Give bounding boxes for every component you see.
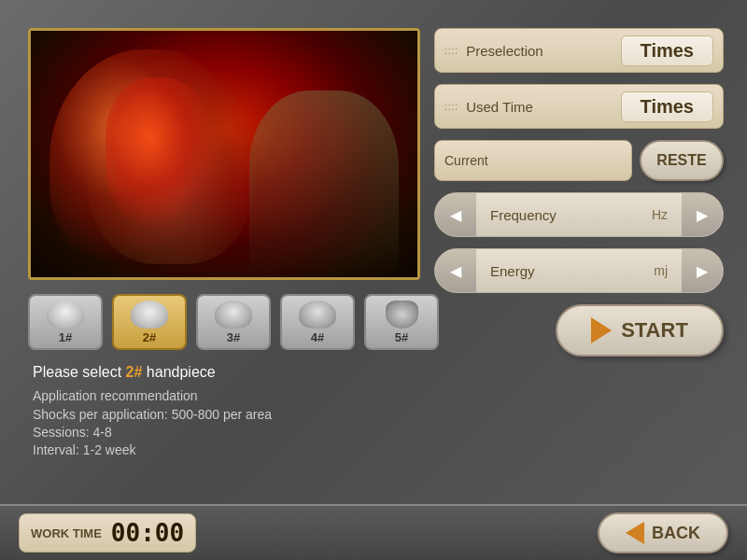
handpiece-2-icon	[131, 301, 168, 329]
knee-glow	[49, 49, 236, 273]
used-time-value[interactable]: Times	[621, 91, 713, 122]
preselection-label: Preselection	[466, 43, 620, 59]
handpiece-3-label: 3#	[227, 330, 240, 344]
energy-label: Energy	[490, 263, 535, 279]
work-time-box: WORK TIME 00:00	[19, 513, 196, 553]
select-text: Please select 2# handpiece	[33, 364, 272, 381]
energy-unit: mj	[654, 263, 668, 278]
frequency-content: Frequency Hz	[476, 207, 682, 223]
frequency-row: ◀ Frequency Hz ▶	[434, 192, 724, 237]
knee-image	[31, 31, 417, 277]
energy-decrease-button[interactable]: ◀	[435, 248, 476, 293]
current-label: Current	[444, 153, 488, 168]
energy-content: Energy mj	[476, 263, 682, 279]
info-section: Please select 2# handpiece Application r…	[33, 364, 272, 460]
back-arrow-icon	[626, 522, 644, 544]
handpiece-3-icon	[215, 301, 252, 329]
current-field: Current	[434, 140, 632, 181]
preselection-value[interactable]: Times	[621, 35, 713, 66]
handpiece-5-label: 5#	[395, 330, 408, 344]
energy-increase-button[interactable]: ▶	[682, 248, 723, 293]
knee-leg	[249, 91, 399, 277]
back-label: BACK	[652, 524, 700, 543]
preselection-dots: ::::	[444, 46, 458, 56]
start-button[interactable]: START	[556, 304, 724, 357]
interval-label: Interval: 1-2 week	[33, 442, 272, 457]
used-time-label: Used Time	[466, 99, 620, 115]
start-arrow-icon	[591, 317, 612, 343]
start-label: START	[621, 318, 688, 343]
shocks-label: Shocks per application: 500-800 per area	[33, 407, 272, 422]
handpiece-4-icon	[299, 301, 336, 329]
frequency-increase-button[interactable]: ▶	[682, 192, 723, 237]
right-panel: :::: Preselection Times :::: Used Time T…	[434, 28, 724, 357]
handpiece-2[interactable]: 2#	[112, 294, 187, 350]
app-rec-label: Application recommendation	[33, 388, 272, 403]
current-row: Current RESTE	[434, 140, 724, 181]
handpiece-1-icon	[47, 301, 84, 329]
select-prefix: Please select	[33, 364, 126, 380]
handpiece-3[interactable]: 3#	[196, 294, 271, 350]
main-container: 1# 2# 3# 4# 5# Please select 2# handpiec…	[0, 0, 747, 560]
preselection-row: :::: Preselection Times	[434, 28, 724, 73]
handpiece-1[interactable]: 1#	[28, 294, 103, 350]
used-time-row: :::: Used Time Times	[434, 84, 724, 129]
frequency-label: Frequency	[490, 207, 557, 223]
sessions-label: Sessions: 4-8	[33, 425, 272, 440]
handpiece-4[interactable]: 4#	[280, 294, 355, 350]
frequency-unit: Hz	[652, 207, 668, 222]
handpiece-2-label: 2#	[143, 330, 156, 344]
handpiece-5[interactable]: 5#	[364, 294, 439, 350]
frequency-decrease-button[interactable]: ◀	[435, 192, 476, 237]
select-suffix: handpiece	[142, 364, 215, 380]
handpiece-1-label: 1#	[59, 330, 72, 344]
back-button[interactable]: BACK	[598, 512, 728, 553]
handpiece-selector: 1# 2# 3# 4# 5#	[28, 294, 439, 350]
knee-image-frame	[28, 28, 420, 280]
work-time-label: WORK TIME	[31, 526, 102, 540]
select-highlight: 2#	[126, 364, 143, 380]
work-time-value: 00:00	[111, 519, 184, 547]
used-time-dots: ::::	[444, 102, 458, 112]
bottom-bar: WORK TIME 00:00 BACK	[0, 504, 747, 560]
reste-button[interactable]: RESTE	[640, 140, 724, 181]
handpiece-4-label: 4#	[311, 330, 324, 344]
handpiece-5-icon	[386, 301, 418, 329]
energy-row: ◀ Energy mj ▶	[434, 248, 724, 293]
